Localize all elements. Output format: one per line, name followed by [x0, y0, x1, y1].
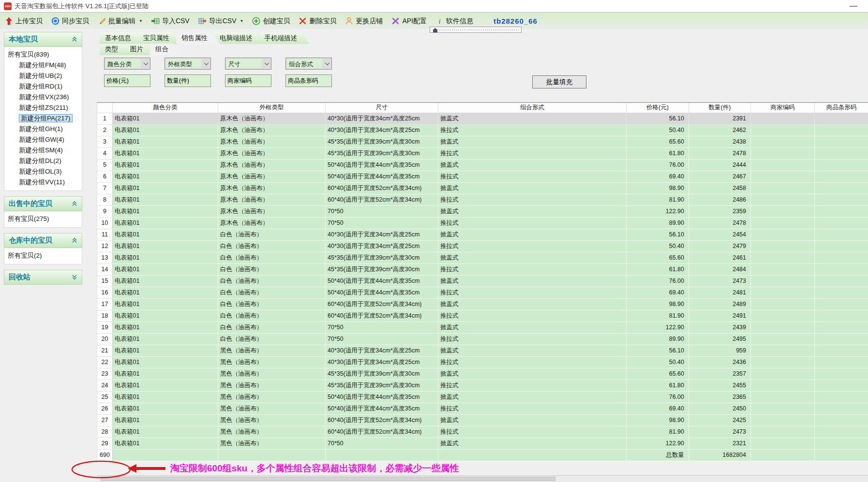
table-cell[interactable]	[751, 263, 815, 275]
table-row[interactable]: 6电表箱01原木色（油画布）50*40(适用于宽度44cm*高度35cm推拉式6…	[97, 171, 868, 182]
table-cell[interactable]: 推拉式	[438, 356, 627, 368]
toolbar-button-plus-circle[interactable]: 创建宝贝	[252, 17, 290, 26]
table-cell[interactable]	[815, 298, 868, 310]
table-cell[interactable]	[815, 310, 868, 321]
table-row[interactable]: 29电表箱01黑色（油画布）70*50掀盖式122.902321	[97, 438, 868, 449]
table-cell[interactable]	[815, 147, 868, 159]
table-cell[interactable]: 推拉式	[438, 403, 627, 414]
table-cell[interactable]: 60*40(适用于宽度52cm*高度34cm)	[326, 298, 438, 310]
table-cell[interactable]: 2478	[689, 217, 751, 229]
table-cell[interactable]: 2458	[689, 182, 751, 194]
table-cell[interactable]: 电表箱01	[113, 136, 218, 147]
table-cell[interactable]: 原木色（油画布）	[218, 171, 326, 182]
table-cell[interactable]: 6	[97, 171, 113, 182]
sidebar-item[interactable]: 新建分组SM(4)	[4, 145, 82, 156]
table-cell[interactable]: 电表箱01	[113, 391, 218, 403]
table-cell[interactable]: 20	[97, 333, 113, 345]
table-cell[interactable]: 81.90	[627, 310, 689, 321]
table-row[interactable]: 13电表箱01白色（油画布）45*35(适用于宽度39cm*高度30cm掀盖式6…	[97, 252, 868, 263]
sidebar-item[interactable]: 新建分组VV(11)	[4, 177, 82, 188]
table-cell[interactable]: 电表箱01	[113, 182, 218, 194]
table-cell[interactable]	[751, 414, 815, 426]
table-cell[interactable]: 40*30(适用于宽度34cm*高度25cm	[326, 229, 438, 240]
table-cell[interactable]: 黑色（油画布）	[218, 426, 326, 438]
table-cell[interactable]: 65.60	[627, 252, 689, 263]
table-cell[interactable]: 原木色（油画布）	[218, 159, 326, 171]
table-cell[interactable]	[751, 229, 815, 240]
table-cell[interactable]: 电表箱01	[113, 217, 218, 229]
table-row[interactable]: 9电表箱01原木色（油画布）70*50掀盖式122.902359	[97, 205, 868, 217]
table-cell[interactable]: 45*35(适用于宽度39cm*高度30cm	[326, 368, 438, 380]
table-cell[interactable]: 25	[97, 391, 113, 403]
table-cell[interactable]: 45*35(适用于宽度39cm*高度30cm	[326, 136, 438, 147]
table-row[interactable]: 2电表箱01原木色（油画布）40*30(适用于宽度34cm*高度25cm推拉式5…	[97, 124, 868, 136]
sidebar-item[interactable]: 所有宝贝(2)	[4, 250, 82, 261]
table-cell[interactable]: 2425	[689, 414, 751, 426]
table-cell[interactable]: 2473	[689, 426, 751, 438]
table-cell[interactable]: 电表箱01	[113, 147, 218, 159]
collapse-chevron-icon[interactable]	[72, 236, 77, 245]
table-cell[interactable]: 电表箱01	[113, 380, 218, 391]
table-cell[interactable]: 掀盖式	[438, 391, 627, 403]
table-cell[interactable]: 45*35(适用于宽度39cm*高度30cm	[326, 252, 438, 263]
table-cell[interactable]	[751, 147, 815, 159]
table-cell[interactable]: 推拉式	[438, 171, 627, 182]
table-cell[interactable]: 1	[97, 113, 113, 124]
table-cell[interactable]: 白色（油画布）	[218, 275, 326, 287]
table-cell[interactable]: 黑色（油画布）	[218, 438, 326, 449]
table-cell[interactable]: 推拉式	[438, 333, 627, 345]
table-cell[interactable]: 推拉式	[438, 380, 627, 391]
table-cell[interactable]: 28	[97, 426, 113, 438]
table-cell[interactable]: 61.80	[627, 380, 689, 391]
table-cell[interactable]: 2478	[689, 147, 751, 159]
table-cell[interactable]	[751, 403, 815, 414]
table-cell[interactable]: 2357	[689, 368, 751, 380]
table-cell[interactable]	[815, 333, 868, 345]
table-cell[interactable]: 2486	[689, 194, 751, 205]
table-cell[interactable]: 2	[97, 124, 113, 136]
table-cell[interactable]: 50.40	[627, 356, 689, 368]
table-cell[interactable]: 电表箱01	[113, 205, 218, 217]
filter-dropdown[interactable]: 组合形式	[285, 58, 332, 70]
table-cell[interactable]: 推拉式	[438, 194, 627, 205]
table-cell[interactable]: 推拉式	[438, 240, 627, 252]
table-cell[interactable]	[815, 263, 868, 275]
table-row[interactable]: 17电表箱01白色（油画布）60*40(适用于宽度52cm*高度34cm)掀盖式…	[97, 298, 868, 310]
table-cell[interactable]: 2481	[689, 287, 751, 298]
table-cell[interactable]: 29	[97, 438, 113, 449]
table-cell[interactable]: 21	[97, 345, 113, 356]
table-cell[interactable]	[751, 368, 815, 380]
table-row[interactable]: 10电表箱01原木色（油画布）70*50推拉式89.902478	[97, 217, 868, 229]
table-cell[interactable]	[815, 275, 868, 287]
table-cell[interactable]: 原木色（油画布）	[218, 194, 326, 205]
table-cell[interactable]	[815, 368, 868, 380]
table-cell[interactable]: 白色（油画布）	[218, 333, 326, 345]
table-cell[interactable]: 2467	[689, 171, 751, 182]
table-cell[interactable]: 15	[97, 275, 113, 287]
table-cell[interactable]: 69.40	[627, 171, 689, 182]
table-cell[interactable]	[751, 310, 815, 321]
table-cell[interactable]	[751, 275, 815, 287]
table-cell[interactable]: 56.10	[627, 345, 689, 356]
table-cell[interactable]: 电表箱01	[113, 240, 218, 252]
table-cell[interactable]: 2462	[689, 124, 751, 136]
table-cell[interactable]: 掀盖式	[438, 345, 627, 356]
table-row[interactable]: 18电表箱01白色（油画布）60*40(适用于宽度52cm*高度34cm)推拉式…	[97, 310, 868, 321]
table-cell[interactable]: 50*40(适用于宽度44cm*高度35cm	[326, 403, 438, 414]
table-cell[interactable]: 电表箱01	[113, 356, 218, 368]
sidebar-section-header[interactable]: 本地宝贝	[4, 32, 82, 47]
table-cell[interactable]	[815, 356, 868, 368]
table-cell[interactable]: 推拉式	[438, 426, 627, 438]
table-cell[interactable]: 2438	[689, 136, 751, 147]
table-cell[interactable]: 69.40	[627, 287, 689, 298]
table-row[interactable]: 11电表箱01白色（油画布）40*30(适用于宽度34cm*高度25cm掀盖式5…	[97, 229, 868, 240]
table-cell[interactable]: 76.00	[627, 391, 689, 403]
table-row[interactable]: 23电表箱01黑色（油画布）45*35(适用于宽度39cm*高度30cm掀盖式6…	[97, 368, 868, 380]
table-cell[interactable]	[751, 391, 815, 403]
table-cell[interactable]: 50.40	[627, 124, 689, 136]
table-cell[interactable]	[751, 113, 815, 124]
sidebar-item[interactable]: 新建分组GW(4)	[4, 134, 82, 145]
chevron-down-icon[interactable]	[263, 58, 271, 69]
horizontal-scrollbar[interactable]	[97, 475, 868, 482]
table-cell[interactable]: 2444	[689, 159, 751, 171]
